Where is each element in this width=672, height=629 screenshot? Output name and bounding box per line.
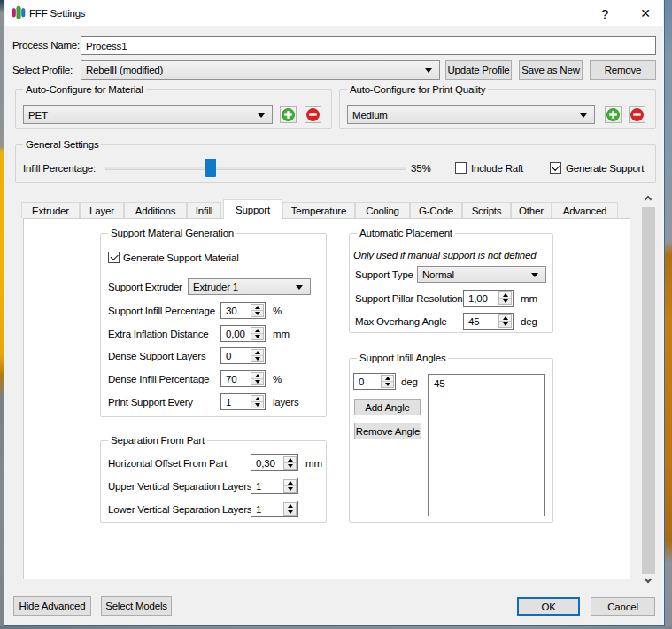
spin-up-button[interactable] — [284, 503, 296, 509]
add-material-button[interactable] — [280, 106, 297, 123]
hide-advanced-button[interactable]: Hide Advanced — [13, 596, 91, 616]
cancel-button[interactable]: Cancel — [591, 597, 655, 616]
tab-advanced[interactable]: Advanced — [552, 202, 618, 218]
support-infill-percentage-spinbox[interactable]: 30 — [220, 302, 266, 319]
save-as-new-button[interactable]: Save as New — [519, 60, 583, 80]
spin-down-button[interactable] — [284, 463, 296, 469]
tab-temperature[interactable]: Temperature — [282, 202, 355, 218]
include-raft-checkbox[interactable] — [455, 162, 467, 174]
scroll-up-icon[interactable] — [645, 195, 652, 201]
spin-buttons[interactable] — [251, 327, 264, 340]
tab-additions[interactable]: Additions — [124, 202, 187, 218]
tab-layer[interactable]: Layer — [80, 202, 124, 218]
spin-up-button[interactable] — [499, 292, 511, 299]
max-overhang-angle-label: Max Overhang Angle — [355, 315, 447, 328]
spin-buttons[interactable] — [251, 304, 264, 317]
spin-up-button[interactable] — [284, 480, 296, 486]
down-arrow-icon — [255, 312, 260, 315]
lower-vertical-separation-spinbox[interactable]: 1 — [251, 501, 298, 517]
tab-scripts[interactable]: Scripts — [462, 202, 511, 218]
up-arrow-icon — [288, 481, 293, 485]
spin-buttons[interactable] — [251, 372, 264, 385]
ok-button[interactable]: OK — [517, 597, 580, 616]
remove-quality-button[interactable] — [629, 106, 645, 123]
extra-inflation-distance-spinbox[interactable]: 0,00 — [220, 325, 266, 342]
close-button[interactable]: ✕ — [636, 4, 655, 23]
spin-buttons[interactable] — [283, 479, 297, 493]
horizontal-offset-spinbox[interactable]: 0,30 — [251, 454, 298, 471]
spin-up-button[interactable] — [251, 396, 263, 402]
spin-value: 0 — [359, 377, 364, 387]
remove-angle-button[interactable]: Remove Angle — [354, 423, 421, 439]
spin-down-button[interactable] — [251, 334, 263, 339]
process-name-input[interactable]: Process1 — [81, 36, 656, 55]
spin-down-button[interactable] — [251, 356, 263, 361]
up-arrow-icon — [255, 374, 260, 377]
add-angle-button[interactable]: Add Angle — [354, 399, 421, 415]
support-pillar-resolution-spinbox[interactable]: 1,00 — [463, 290, 514, 307]
spin-up-button[interactable] — [382, 376, 393, 382]
spin-up-button[interactable] — [251, 328, 263, 334]
support-extruder-dropdown[interactable]: Extruder 1 — [188, 278, 311, 295]
spin-buttons[interactable] — [251, 349, 264, 362]
remove-material-button[interactable] — [305, 106, 321, 123]
remove-profile-button[interactable]: Remove — [590, 60, 656, 80]
spin-down-button[interactable] — [284, 509, 296, 515]
spin-buttons[interactable] — [498, 314, 512, 328]
dense-support-layers-spinbox[interactable]: 0 — [220, 347, 266, 364]
spin-up-button[interactable] — [251, 305, 263, 311]
angle-spinbox[interactable]: 0 — [353, 373, 396, 390]
spin-buttons[interactable] — [381, 375, 394, 388]
spin-up-button[interactable] — [251, 350, 263, 356]
infill-percentage-value: 35% — [411, 162, 430, 175]
spin-up-button[interactable] — [499, 315, 511, 322]
spin-buttons[interactable] — [498, 291, 512, 305]
tab-extruder[interactable]: Extruder — [21, 202, 80, 218]
tab-gcode[interactable]: G-Code — [410, 202, 462, 218]
print-quality-dropdown[interactable]: Medium — [347, 105, 595, 124]
select-models-button[interactable]: Select Models — [101, 596, 172, 616]
max-overhang-angle-spinbox[interactable]: 45 — [463, 313, 514, 330]
down-arrow-icon — [288, 487, 293, 491]
spin-buttons[interactable] — [283, 456, 297, 470]
process-name-value: Process1 — [86, 41, 127, 51]
scroll-down-icon[interactable] — [645, 579, 652, 585]
infill-slider-handle[interactable] — [205, 159, 216, 177]
include-raft-label: Include Raft — [471, 162, 523, 175]
automatic-placement-title: Automatic Placement — [357, 228, 455, 239]
support-type-dropdown[interactable]: Normal — [417, 266, 546, 283]
tab-cooling[interactable]: Cooling — [355, 202, 410, 218]
unit-label: mm — [305, 457, 322, 470]
dense-infill-percentage-spinbox[interactable]: 70 — [220, 370, 266, 387]
spin-down-button[interactable] — [251, 402, 263, 408]
spin-up-button[interactable] — [284, 457, 296, 463]
spin-buttons[interactable] — [283, 502, 297, 516]
spin-buttons[interactable] — [251, 395, 264, 408]
tab-infill[interactable]: Infill — [187, 202, 221, 218]
angle-list-item[interactable]: 45 — [434, 377, 544, 391]
spin-down-button[interactable] — [251, 379, 263, 384]
help-button[interactable]: ? — [595, 4, 614, 23]
print-support-every-spinbox[interactable]: 1 — [220, 393, 266, 410]
update-profile-button[interactable]: Update Profile — [445, 60, 512, 80]
spin-down-button[interactable] — [499, 322, 511, 327]
support-infill-angles-list[interactable]: 45 — [428, 374, 545, 516]
upper-vertical-separation-spinbox[interactable]: 1 — [251, 478, 298, 494]
material-dropdown[interactable]: PET — [23, 105, 273, 124]
vertical-scrollbar[interactable] — [641, 190, 656, 592]
generate-support-material-checkbox[interactable] — [108, 252, 120, 263]
spin-down-button[interactable] — [499, 299, 511, 304]
down-arrow-icon — [255, 380, 260, 384]
infill-slider-track[interactable] — [105, 167, 406, 170]
tab-support[interactable]: Support — [223, 199, 282, 219]
add-quality-button[interactable] — [605, 106, 622, 123]
spin-up-button[interactable] — [251, 373, 263, 379]
support-extruder-value: Extruder 1 — [193, 282, 238, 292]
scrollbar-thumb[interactable] — [642, 207, 655, 574]
select-profile-dropdown[interactable]: RebelII (modified) — [81, 60, 440, 80]
spin-down-button[interactable] — [251, 311, 263, 316]
spin-down-button[interactable] — [382, 382, 393, 387]
tab-other[interactable]: Other — [511, 202, 552, 218]
generate-support-checkbox[interactable] — [550, 162, 561, 174]
spin-down-button[interactable] — [284, 486, 296, 492]
